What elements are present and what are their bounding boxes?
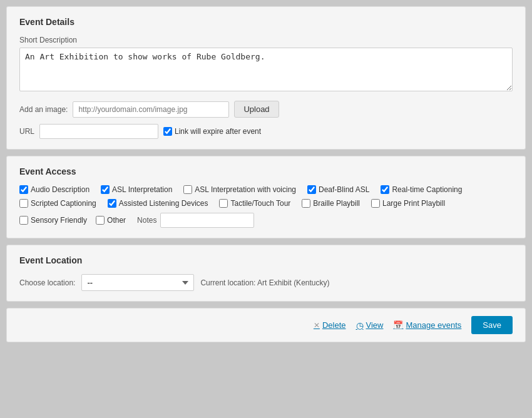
current-location: Current location: Art Exhibit (Kentucky): [200, 278, 329, 287]
upload-button[interactable]: Upload: [234, 101, 279, 118]
event-access-title: Event Access: [19, 166, 513, 176]
event-details-title: Event Details: [19, 17, 513, 27]
location-row: Choose location: -- Current location: Ar…: [19, 274, 513, 291]
manage-events-link[interactable]: 📅 Manage events: [393, 320, 461, 330]
image-row: Add an image: Upload: [19, 101, 513, 118]
realtime-cap-checkbox[interactable]: [381, 185, 389, 194]
sensory-checkbox[interactable]: [19, 216, 28, 225]
delete-link[interactable]: ✕ Delete: [314, 320, 346, 330]
short-desc-label: Short Description: [19, 36, 513, 44]
notes-input[interactable]: [160, 213, 254, 228]
link-expire-checkbox[interactable]: [163, 127, 172, 136]
event-location-card: Event Location Choose location: -- Curre…: [6, 245, 526, 302]
assisted-listen-checkbox[interactable]: [108, 199, 116, 208]
asl-voicing-label[interactable]: ASL Interpretation with voicing: [183, 185, 296, 194]
url-label: URL: [19, 127, 34, 136]
event-details-card: Event Details Short Description An Art E…: [6, 6, 526, 150]
access-row-1: Audio Description ASL Interpretation ASL…: [19, 185, 513, 194]
scripted-cap-label[interactable]: Scripted Captioning: [19, 199, 96, 208]
notes-label: Notes: [137, 216, 156, 225]
access-row-2: Scripted Captioning Assisted Listening D…: [19, 199, 513, 208]
other-label[interactable]: Other: [96, 216, 126, 225]
location-select[interactable]: --: [81, 274, 194, 291]
view-link[interactable]: ◷ View: [356, 320, 384, 330]
braille-label[interactable]: Braille Playbill: [302, 199, 360, 208]
url-row: URL Link will expire after event: [19, 124, 513, 139]
braille-checkbox[interactable]: [302, 199, 310, 208]
image-url-input[interactable]: [73, 101, 229, 118]
save-button[interactable]: Save: [471, 316, 513, 334]
deaf-blind-checkbox[interactable]: [307, 185, 316, 194]
assisted-listen-label[interactable]: Assisted Listening Devices: [108, 199, 208, 208]
scripted-cap-checkbox[interactable]: [19, 199, 28, 208]
calendar-icon: 📅: [393, 320, 403, 330]
sensory-label[interactable]: Sensory Friendly: [19, 216, 87, 225]
event-location-title: Event Location: [19, 255, 513, 265]
large-print-label[interactable]: Large Print Playbill: [371, 199, 445, 208]
access-row-3: Sensory Friendly Other Notes: [19, 213, 513, 228]
asl-voicing-checkbox[interactable]: [183, 185, 192, 194]
deaf-blind-label[interactable]: Deaf-Blind ASL: [307, 185, 369, 194]
bottom-bar: ✕ Delete ◷ View 📅 Manage events Save: [6, 308, 526, 342]
delete-icon: ✕: [314, 321, 320, 330]
realtime-cap-label[interactable]: Real-time Captioning: [381, 185, 462, 194]
event-access-card: Event Access Audio Description ASL Inter…: [6, 156, 526, 238]
short-desc-input[interactable]: An Art Exhibition to show works of Rube …: [19, 48, 513, 91]
tactile-tour-label[interactable]: Tactile/Touch Tour: [219, 199, 290, 208]
monitor-icon: ◷: [356, 320, 364, 330]
audio-desc-checkbox[interactable]: [19, 185, 28, 194]
audio-desc-label[interactable]: Audio Description: [19, 185, 90, 194]
large-print-checkbox[interactable]: [371, 199, 380, 208]
asl-interp-label[interactable]: ASL Interpretation: [101, 185, 172, 194]
main-container: Event Details Short Description An Art E…: [6, 6, 526, 342]
tactile-tour-checkbox[interactable]: [219, 199, 228, 208]
asl-interp-checkbox[interactable]: [101, 185, 110, 194]
other-checkbox[interactable]: [96, 216, 105, 225]
add-image-label: Add an image:: [19, 105, 68, 114]
url-input[interactable]: [39, 124, 158, 139]
choose-location-label: Choose location:: [19, 278, 75, 287]
link-expire-label[interactable]: Link will expire after event: [163, 127, 261, 136]
